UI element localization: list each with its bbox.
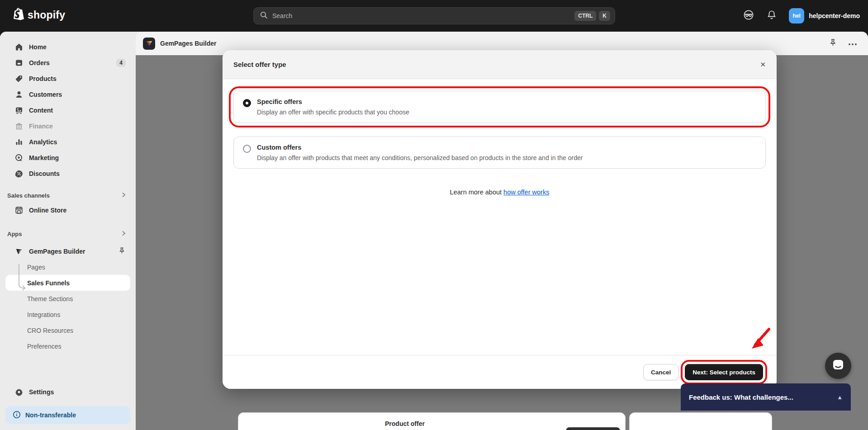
customers-icon bbox=[14, 90, 24, 99]
sidebar-item-finance[interactable]: Finance bbox=[5, 118, 130, 134]
search-input[interactable]: Search CTRL K bbox=[253, 7, 615, 24]
gempages-app-icon bbox=[143, 38, 155, 50]
sidebar-item-home[interactable]: Home bbox=[5, 39, 130, 55]
sidebar-item-orders[interactable]: Orders 4 bbox=[5, 55, 130, 71]
how-offer-works-link[interactable]: how offer works bbox=[503, 189, 549, 196]
sidebar-item-sales-funnels[interactable]: Sales Funnels bbox=[5, 275, 130, 291]
storefront-icon bbox=[14, 206, 24, 215]
kbd-k: K bbox=[599, 11, 610, 21]
content-icon bbox=[14, 106, 24, 115]
sidebar-item-analytics[interactable]: Analytics bbox=[5, 134, 130, 150]
discounts-icon bbox=[14, 169, 24, 178]
modal-header: Select offer type ✕ bbox=[223, 50, 777, 79]
more-options-icon[interactable] bbox=[848, 39, 857, 47]
sidebar-item-discounts[interactable]: Discounts bbox=[5, 165, 130, 181]
sidebar-item-customers[interactable]: Customers bbox=[5, 86, 130, 102]
sidebar-item-content[interactable]: Content bbox=[5, 102, 130, 118]
store-name: helpcenter-demo bbox=[809, 12, 860, 19]
shopify-logo[interactable]: shopify bbox=[13, 8, 65, 22]
info-icon bbox=[13, 411, 21, 420]
gempages-flag-icon bbox=[14, 247, 24, 256]
admin-frame: Home Orders 4 Products Customers C bbox=[0, 32, 868, 430]
home-icon bbox=[14, 43, 24, 52]
sidebar-item-marketing[interactable]: Marketing bbox=[5, 150, 130, 165]
analytics-icon bbox=[14, 137, 24, 146]
sidebar-item-online-store[interactable]: Online Store bbox=[5, 202, 130, 218]
sidebar-item-gempages[interactable]: GemPages Builder bbox=[5, 243, 130, 259]
sales-channels-section[interactable]: Sales channels bbox=[0, 189, 136, 202]
option-description: Display an offer with specific products … bbox=[257, 109, 409, 116]
option-description: Display an offer with products that meet… bbox=[257, 154, 583, 161]
assistant-face-icon[interactable] bbox=[743, 9, 754, 23]
topbar: shopify Search CTRL K bbox=[0, 0, 868, 32]
option-title: Specific offers bbox=[257, 98, 409, 105]
apps-section[interactable]: Apps bbox=[0, 227, 136, 241]
chevron-right-icon bbox=[120, 230, 127, 238]
option-title: Custom offers bbox=[257, 144, 583, 151]
search-icon bbox=[260, 11, 268, 21]
search-placeholder: Search bbox=[272, 12, 572, 19]
sidebar-item-products[interactable]: Products bbox=[5, 71, 130, 86]
sidebar-item-theme-sections[interactable]: Theme Sections bbox=[5, 291, 130, 307]
next-select-products-button[interactable]: Next: Select products bbox=[685, 364, 763, 380]
radio-selected-icon[interactable] bbox=[243, 99, 251, 107]
option-custom-offers[interactable]: Custom offers Display an offer with prod… bbox=[233, 137, 766, 169]
sidebar: Home Orders 4 Products Customers C bbox=[0, 32, 136, 430]
feedback-bar[interactable]: Feedback us: What challenges... ▲ bbox=[681, 383, 851, 411]
cancel-button[interactable]: Cancel bbox=[643, 364, 678, 380]
close-icon[interactable]: ✕ bbox=[760, 61, 766, 69]
kbd-ctrl: CTRL bbox=[574, 11, 596, 21]
radio-unselected-icon[interactable] bbox=[243, 145, 251, 153]
sidebar-item-pages[interactable]: Pages bbox=[5, 259, 130, 275]
pin-icon[interactable] bbox=[829, 38, 837, 49]
sidebar-item-integrations[interactable]: Integrations bbox=[5, 307, 130, 322]
annotation-arrow bbox=[742, 325, 774, 358]
account-menu[interactable]: hel helpcenter-demo bbox=[789, 8, 860, 24]
bg-dark-bottom-button bbox=[566, 427, 620, 430]
feedback-label: Feedback us: What challenges... bbox=[689, 393, 793, 401]
sidebar-item-cro-resources[interactable]: CRO Resources bbox=[5, 322, 130, 338]
app-title: GemPages Builder bbox=[160, 40, 217, 47]
chevron-right-icon bbox=[120, 192, 127, 199]
orders-count-badge: 4 bbox=[116, 59, 126, 67]
chat-launcher-button[interactable] bbox=[825, 353, 851, 379]
shopify-wordmark: shopify bbox=[28, 9, 65, 21]
shopify-bag-icon bbox=[13, 8, 24, 22]
sidebar-item-preferences[interactable]: Preferences bbox=[5, 338, 130, 354]
non-transferable-banner[interactable]: Non-transferable bbox=[5, 406, 130, 424]
orders-icon bbox=[14, 58, 24, 67]
notifications-bell-icon[interactable] bbox=[766, 9, 777, 22]
bg-side-panel bbox=[629, 412, 772, 430]
sidebar-item-settings[interactable]: Settings bbox=[5, 384, 130, 400]
avatar: hel bbox=[789, 8, 804, 24]
modal-title: Select offer type bbox=[233, 61, 286, 68]
select-offer-type-modal: Select offer type ✕ Specific offers Disp… bbox=[223, 50, 777, 389]
pin-icon[interactable] bbox=[118, 247, 126, 256]
collapse-triangle-icon[interactable]: ▲ bbox=[837, 394, 843, 401]
gear-icon bbox=[14, 387, 24, 397]
option-specific-offers[interactable]: Specific offers Display an offer with sp… bbox=[233, 91, 766, 123]
chat-icon bbox=[831, 359, 845, 373]
bg-product-offer-title: Product offer bbox=[385, 420, 425, 427]
finance-icon bbox=[14, 122, 24, 131]
marketing-icon bbox=[14, 153, 24, 162]
products-tag-icon bbox=[14, 74, 24, 83]
learn-more-line: Learn more about how offer works bbox=[233, 189, 766, 196]
